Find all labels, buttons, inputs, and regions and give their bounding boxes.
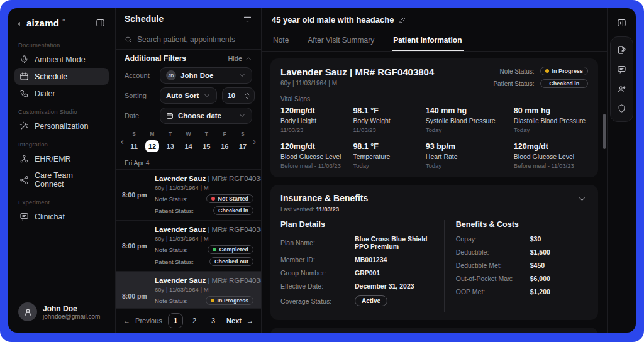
tab-after-visit-summary[interactable]: After Visit Summary [306, 32, 375, 51]
plan-details-column: Plan Details Plan Name:Blue Cross Blue S… [280, 220, 444, 312]
vital-item: 120mg/dtBody Height11/03/23 [280, 106, 345, 133]
vital-item: 120mg/dtBlood Glucose LevelBefore meal -… [514, 142, 588, 169]
account-select[interactable]: JD John Doe [160, 67, 252, 84]
chat-button[interactable] [614, 62, 630, 77]
plan-row: Effective Date:December 31, 2023 [280, 282, 433, 290]
sidebar-section-integration: Integration [14, 135, 109, 150]
vital-item: 93 bp/mHeart RateToday [426, 142, 506, 169]
schedule-header: Schedule [116, 8, 261, 30]
patient-assist-button[interactable] [614, 81, 630, 97]
vertical-scrollbar[interactable] [603, 114, 606, 149]
vital-item: 140 mm hgSystolic Blood PressureToday [426, 106, 506, 133]
plan-row: Plan Name:Blue Cross Blue Shield PPO Pre… [280, 235, 433, 250]
security-button[interactable] [614, 101, 630, 116]
pencil-icon [399, 16, 406, 24]
appointment-row-selected[interactable]: 8:00 pm Lavender Sauz | MR# RGF0403804 6… [116, 271, 261, 308]
day-12-selected[interactable]: M12 [143, 131, 161, 152]
sidebar-section-documentation: Documentation [14, 35, 109, 51]
tool-group [610, 36, 633, 122]
date-picker[interactable]: Choose date [160, 108, 252, 124]
patient-information-panel[interactable]: Lavender Sauz | MR# RGF0403804 60y | 11/… [262, 52, 607, 333]
patient-status-label: Patient Status: [155, 207, 194, 214]
stepper-arrows-icon [245, 92, 250, 99]
sidebar-collapse-button[interactable] [94, 17, 106, 29]
schedule-panel: Schedule Additional Filters Hide Account [116, 8, 262, 333]
expand-panel-button[interactable] [614, 16, 629, 30]
appointment-row[interactable]: 8:00 pm Lavender Sauz | MR# RGF0403804 6… [116, 169, 261, 220]
next-page-button[interactable]: Next → [226, 317, 253, 324]
note-status-badge: In Progress [540, 67, 588, 75]
vital-item: 80 mm hgDiastolic Blood PressureToday [514, 106, 588, 133]
sidebar-header: aizamd ™ [14, 16, 109, 35]
comment-icon [617, 65, 626, 74]
day-16[interactable]: F16 [216, 131, 234, 152]
sidebar-item-ambient-mode[interactable]: Ambient Mode [14, 51, 109, 68]
day-11[interactable]: S11 [125, 131, 143, 152]
account-value: John Doe [180, 72, 234, 79]
day-17[interactable]: S17 [234, 131, 252, 152]
user-profile[interactable]: John Doe johndoe@gmail.com [14, 297, 109, 326]
appointment-time: 8:00 pm [122, 277, 150, 308]
day-14[interactable]: W14 [179, 131, 197, 152]
sidebar-item-schedule[interactable]: Schedule [14, 68, 109, 85]
collapse-insurance-button[interactable] [576, 193, 588, 205]
sorting-select[interactable]: Auto Sort [160, 87, 217, 104]
hide-filters-toggle[interactable]: Hide [228, 55, 252, 62]
page-3-button[interactable]: 3 [206, 313, 221, 328]
tab-note[interactable]: Note [272, 32, 290, 51]
user-name: John Doe [43, 304, 100, 313]
sidebar-item-personalization[interactable]: Personalization [14, 118, 109, 135]
patient-status-badge: Checked in [540, 79, 588, 88]
sidebar-item-care-team-connect[interactable]: Care Team Connect [14, 167, 109, 192]
day-15[interactable]: T15 [197, 131, 216, 152]
patient-name: Lavender Sauz [155, 175, 206, 182]
logo-text: aizamd [26, 18, 59, 28]
edit-title-button[interactable] [399, 16, 406, 24]
sidebar-section-experiment: Experiment [14, 192, 109, 208]
patient-status-badge: Checked out [209, 257, 253, 266]
chevron-up-icon [245, 55, 252, 62]
page-2-button[interactable]: 2 [187, 313, 202, 328]
sidebar-item-ehr-emr[interactable]: EHR/EMR [14, 150, 109, 167]
additional-filters-title: Additional Filters [125, 54, 186, 63]
chat-icon [19, 212, 29, 221]
sidebar: aizamd ™ Documentation Ambient Mode Sche… [8, 8, 116, 333]
note-edit-button[interactable] [614, 42, 630, 58]
notes-history-card: Notes History (AizaMD™) [270, 328, 598, 333]
page-1-button[interactable]: 1 [168, 313, 183, 328]
week-next-button[interactable]: › [252, 137, 257, 146]
filter-button[interactable] [243, 14, 252, 24]
benefit-row: Deductible Met:$450 [456, 262, 588, 269]
app-window: aizamd ™ Documentation Ambient Mode Sche… [8, 8, 636, 333]
patient-status-badge: Checked in [213, 206, 253, 215]
phone-icon [19, 89, 29, 98]
app-logo: aizamd ™ [17, 18, 65, 28]
patient-meta: 60y | 11/03/1964 | M [280, 80, 434, 87]
date-label: Date [125, 112, 155, 119]
sidebar-item-label: Clinichat [35, 212, 65, 221]
search-input[interactable] [137, 35, 252, 44]
note-status-badge: Completed [208, 245, 253, 254]
appointment-time: 8:00 pm [122, 226, 150, 266]
patient-mr: | MR# RGF0403804 [208, 175, 261, 182]
account-avatar: JD [166, 70, 176, 80]
benefits-costs-title: Benefits & Costs [456, 220, 588, 229]
logo-waveform-icon [17, 20, 25, 28]
sidebar-item-label: Schedule [35, 72, 67, 81]
benefit-row: Copay:$30 [456, 235, 588, 243]
sidebar-item-dialer[interactable]: Dialer [14, 85, 109, 102]
hide-label: Hide [228, 55, 242, 62]
vital-item: 98.1 °FBody Weight11/03/23 [353, 106, 418, 133]
day-13[interactable]: T13 [161, 131, 179, 152]
right-toolbar [607, 8, 636, 333]
chevron-down-icon [238, 72, 246, 79]
appointment-row[interactable]: 8:00 pm Lavender Sauz | MR# RGF0403804 6… [116, 220, 261, 271]
tab-patient-information[interactable]: Patient Information [392, 32, 463, 51]
patient-name: Lavender Sauz [155, 226, 206, 233]
sidebar-item-clinichat[interactable]: Clinichat [14, 208, 109, 225]
week-prev-button[interactable]: ‹ [119, 137, 125, 146]
results-count-stepper[interactable]: 10 [222, 87, 255, 104]
date-heading: Fri Apr 4 [116, 156, 261, 169]
previous-page-button[interactable]: ← Previous [123, 317, 162, 324]
patient-status-label: Patient Status: [155, 258, 194, 265]
